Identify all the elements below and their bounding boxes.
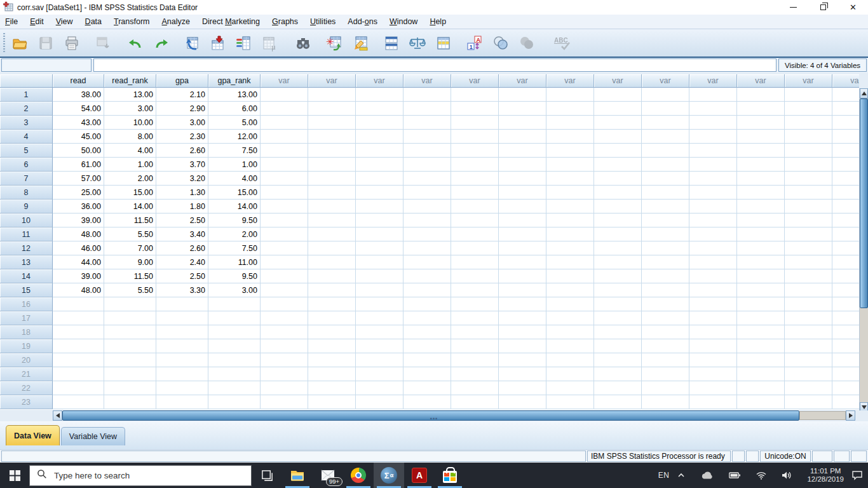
cell-12-read_rank[interactable]: 7.00 <box>104 241 156 255</box>
cell-empty[interactable] <box>642 283 689 297</box>
cell-empty[interactable] <box>356 200 403 214</box>
cell-empty[interactable] <box>403 158 451 172</box>
cell-6-read[interactable]: 61.00 <box>53 158 104 172</box>
row-number-19[interactable]: 19 <box>0 339 53 353</box>
cell-4-gpa_rank[interactable]: 12.00 <box>208 130 261 144</box>
cell-empty[interactable] <box>261 102 308 116</box>
cell-8-read[interactable]: 25.00 <box>53 186 104 200</box>
cell-2-read[interactable]: 54.00 <box>53 102 104 116</box>
cell-4-read_rank[interactable]: 8.00 <box>104 130 156 144</box>
cell-empty[interactable] <box>689 381 737 395</box>
cell-empty[interactable] <box>785 297 832 311</box>
cell-empty[interactable] <box>737 172 785 186</box>
cell-empty[interactable] <box>832 283 859 297</box>
cell-empty[interactable] <box>356 88 403 102</box>
cell-empty[interactable] <box>403 367 451 381</box>
cell-empty[interactable] <box>356 241 403 255</box>
cell-empty[interactable] <box>689 144 737 158</box>
cell-empty[interactable] <box>156 311 208 325</box>
cell-empty[interactable] <box>689 200 737 214</box>
cell-empty[interactable] <box>403 241 451 255</box>
cell-empty[interactable] <box>451 172 499 186</box>
cell-empty[interactable] <box>546 116 594 130</box>
cell-empty[interactable] <box>208 353 261 367</box>
cell-empty[interactable] <box>594 116 642 130</box>
cell-empty[interactable] <box>499 395 546 409</box>
cell-empty[interactable] <box>546 227 594 241</box>
cell-5-read_rank[interactable]: 4.00 <box>104 144 156 158</box>
cell-empty[interactable] <box>785 241 832 255</box>
cell-5-read[interactable]: 50.00 <box>53 144 104 158</box>
cell-empty[interactable] <box>785 367 832 381</box>
cell-10-read_rank[interactable]: 11.50 <box>104 214 156 227</box>
cell-empty[interactable] <box>261 325 308 339</box>
row-number-3[interactable]: 3 <box>0 116 53 130</box>
cell-empty[interactable] <box>308 172 356 186</box>
cell-empty[interactable] <box>261 311 308 325</box>
undo-button[interactable] <box>125 32 145 53</box>
cell-empty[interactable] <box>689 186 737 200</box>
cell-empty[interactable] <box>785 214 832 227</box>
cell-empty[interactable] <box>785 311 832 325</box>
redo-button[interactable] <box>151 32 171 53</box>
cell-empty[interactable] <box>832 297 859 311</box>
column-header-gpa[interactable]: gpa <box>156 74 208 88</box>
cell-empty[interactable] <box>356 367 403 381</box>
cell-empty[interactable] <box>403 144 451 158</box>
cell-empty[interactable] <box>53 339 104 353</box>
cell-empty[interactable] <box>737 130 785 144</box>
cell-empty[interactable] <box>403 353 451 367</box>
cell-empty[interactable] <box>451 144 499 158</box>
cell-empty[interactable] <box>499 227 546 241</box>
cell-empty[interactable] <box>689 395 737 409</box>
cell-empty[interactable] <box>737 186 785 200</box>
cell-9-read_rank[interactable]: 14.00 <box>104 200 156 214</box>
cell-empty[interactable] <box>642 88 689 102</box>
cell-empty[interactable] <box>785 102 832 116</box>
cell-empty[interactable] <box>104 339 156 353</box>
row-number-2[interactable]: 2 <box>0 102 53 116</box>
cell-empty[interactable] <box>451 227 499 241</box>
column-header-var[interactable]: var <box>642 74 689 88</box>
cell-empty[interactable] <box>546 255 594 269</box>
cell-empty[interactable] <box>451 255 499 269</box>
cell-empty[interactable] <box>208 395 261 409</box>
row-number-10[interactable]: 10 <box>0 214 53 227</box>
cell-7-read[interactable]: 57.00 <box>53 172 104 186</box>
cell-empty[interactable] <box>156 381 208 395</box>
cell-empty[interactable] <box>451 102 499 116</box>
language-indicator[interactable]: EN <box>658 471 670 480</box>
cell-empty[interactable] <box>356 339 403 353</box>
cell-empty[interactable] <box>642 339 689 353</box>
cell-empty[interactable] <box>785 381 832 395</box>
cell-empty[interactable] <box>642 395 689 409</box>
scroll-left-button[interactable] <box>53 410 62 421</box>
cell-empty[interactable] <box>261 227 308 241</box>
cell-10-gpa[interactable]: 2.50 <box>156 214 208 227</box>
cell-empty[interactable] <box>261 255 308 269</box>
row-number-8[interactable]: 8 <box>0 186 53 200</box>
cell-5-gpa[interactable]: 2.60 <box>156 144 208 158</box>
cell-empty[interactable] <box>208 311 261 325</box>
row-number-13[interactable]: 13 <box>0 255 53 269</box>
cell-empty[interactable] <box>832 339 859 353</box>
cell-empty[interactable] <box>356 283 403 297</box>
menu-direct-marketing[interactable]: Direct Marketing <box>202 17 260 26</box>
cell-empty[interactable] <box>832 144 859 158</box>
cell-empty[interactable] <box>451 353 499 367</box>
column-header-var[interactable]: var <box>689 74 737 88</box>
cell-empty[interactable] <box>594 172 642 186</box>
cell-reference-box[interactable] <box>1 58 92 72</box>
row-number-17[interactable]: 17 <box>0 311 53 325</box>
row-number-1[interactable]: 1 <box>0 88 53 102</box>
cell-empty[interactable] <box>499 269 546 283</box>
scroll-up-button[interactable] <box>860 88 868 98</box>
cell-empty[interactable] <box>104 381 156 395</box>
row-number-20[interactable]: 20 <box>0 353 53 367</box>
cell-empty[interactable] <box>451 214 499 227</box>
cell-empty[interactable] <box>308 88 356 102</box>
cell-empty[interactable] <box>785 158 832 172</box>
row-number-18[interactable]: 18 <box>0 325 53 339</box>
cell-empty[interactable] <box>594 367 642 381</box>
cell-empty[interactable] <box>403 381 451 395</box>
